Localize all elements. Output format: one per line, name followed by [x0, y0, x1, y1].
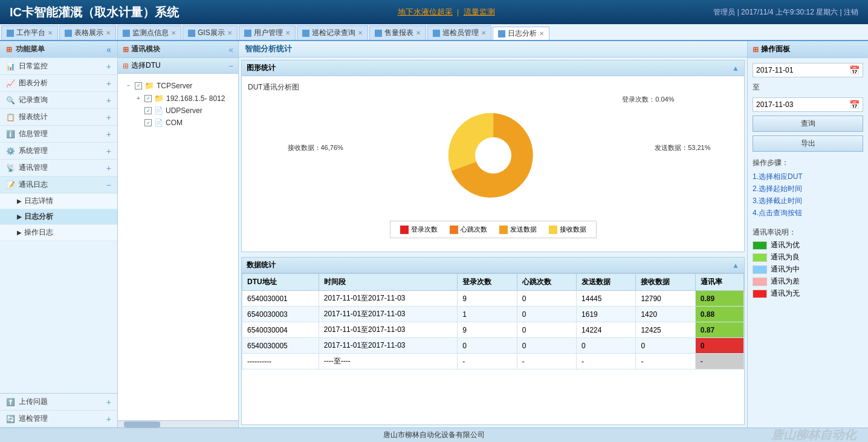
ip-checkbox[interactable]: ✓ — [144, 95, 152, 102]
sidebar-toggle-patrol[interactable]: + — [106, 414, 111, 424]
tcpserver-expand[interactable]: − — [125, 82, 132, 89]
date-from-calendar-icon[interactable]: 📅 — [849, 65, 860, 75]
col-recv: 接收数据 — [636, 274, 695, 291]
nav-link-water[interactable]: 地下水液位超采 — [398, 7, 453, 16]
cell-rate: 0 — [695, 338, 743, 354]
table-row: 6540030003 2017-11-01至2017-11-03 1 0 161… — [242, 307, 744, 322]
tab-usermgmt[interactable]: 用户管理 ✕ — [239, 25, 296, 40]
tab-close-salesreport[interactable]: ✕ — [416, 30, 421, 36]
tab-close-tableview[interactable]: ✕ — [106, 30, 111, 36]
tab-salesreport[interactable]: 售量报表 ✕ — [369, 25, 426, 40]
sidebar-item-oplog[interactable]: ▶ 操作日志 — [0, 225, 117, 241]
col-rate: 通讯率 — [695, 274, 743, 291]
dtu-collapse-btn[interactable]: « — [228, 45, 233, 54]
commlog-icon: 📝 — [6, 181, 15, 189]
header: IC卡智能灌溉（取水计量）系统 地下水液位超采 | 流量监测 管理员 | 201… — [0, 0, 868, 24]
sidebar-item-logdetail[interactable]: ▶ 日志详情 — [0, 193, 117, 209]
sidebar-item-commmanage[interactable]: 📡 通讯管理 + — [0, 160, 117, 177]
tab-close-monitor[interactable]: ✕ — [171, 30, 176, 36]
cell-send: 14445 — [577, 291, 636, 307]
tab-inspectors[interactable]: 巡检员管理 ✕ — [427, 25, 491, 40]
steps-section: 操作步骤： 1.选择相应DUT 2.选择起始时间 3.选择截止时间 4.点击查询… — [753, 158, 863, 219]
sidebar-item-loganalysis[interactable]: ▶ 日志分析 — [0, 209, 117, 225]
footer-watermark: 唐山柳林自动化 — [771, 427, 856, 442]
tab-workplatform[interactable]: 工作平台 ✕ — [1, 25, 58, 40]
chart-section: 图形统计 ▲ DUT通讯分析图 — [241, 60, 745, 252]
sidebar-item-patrol[interactable]: 🔄 巡检管理 + — [0, 411, 117, 427]
sidebar-header[interactable]: ⊞ 功能菜单 « — [0, 41, 117, 58]
legend-heartbeat: 心跳次数 — [450, 225, 487, 234]
sidebar-collapse-btn[interactable]: « — [106, 45, 111, 54]
data-table-container[interactable]: DTU地址 时间段 登录次数 心跳次数 发送数据 接收数据 通讯率 654003… — [242, 273, 744, 424]
export-button[interactable]: 导出 — [753, 135, 863, 152]
chart-collapse-btn[interactable]: ▲ — [732, 64, 739, 73]
step-3[interactable]: 3.选择截止时间 — [753, 195, 863, 207]
tab-close-gis[interactable]: ✕ — [227, 30, 232, 36]
sidebar-item-system[interactable]: ⚙️ 系统管理 + — [0, 143, 117, 160]
sidebar-toggle-record[interactable]: + — [106, 96, 111, 105]
tab-close-usermgmt[interactable]: ✕ — [285, 30, 290, 36]
cell-heartbeat: - — [517, 354, 576, 369]
tab-inspection[interactable]: 巡检记录查询 ✕ — [297, 25, 368, 40]
data-collapse-btn[interactable]: ▲ — [732, 261, 739, 270]
right-panel-header: ⊞ 操作面板 — [748, 41, 868, 58]
legend-color-recv — [549, 226, 557, 234]
com-checkbox[interactable]: ✓ — [144, 119, 152, 126]
cell-recv: 12790 — [636, 291, 695, 307]
tab-gis[interactable]: GIS展示 ✕ — [183, 25, 238, 40]
pie-donut-hole — [475, 137, 511, 174]
sidebar-toggle-upload[interactable]: + — [106, 397, 111, 407]
tab-loganalysis[interactable]: 日志分析 ✕ — [493, 27, 549, 41]
nav-link-flow[interactable]: 流量监测 — [464, 7, 495, 16]
step-1[interactable]: 1.选择相应DUT — [753, 171, 863, 183]
sidebar-toggle-info[interactable]: + — [106, 129, 111, 139]
date-to-calendar-icon[interactable]: 📅 — [849, 100, 860, 109]
cell-period: ----至---- — [319, 354, 458, 369]
udp-checkbox[interactable]: ✓ — [144, 107, 152, 114]
date-to-input[interactable]: 2017-11-03 📅 — [753, 97, 863, 112]
sidebar-item-commlog[interactable]: 📝 通讯日志 − — [0, 177, 117, 193]
col-dtu: DTU地址 — [242, 274, 319, 291]
cell-period: 2017-11-01至2017-11-03 — [319, 291, 458, 307]
sidebar-item-chart[interactable]: 📈 图表分析 + — [0, 75, 117, 92]
sidebar-toggle-chart[interactable]: + — [106, 79, 111, 88]
comm-color-none — [753, 290, 767, 298]
sidebar-menu-icon: ⊞ — [6, 45, 12, 54]
sidebar-toggle-report[interactable]: + — [106, 112, 111, 122]
tab-close-inspection[interactable]: ✕ — [358, 30, 363, 36]
sidebar-item-record[interactable]: 🔍 记录查询 + — [0, 92, 117, 109]
sidebar-item-report[interactable]: 📋 报表统计 + — [0, 109, 117, 126]
sidebar-item-daily[interactable]: 📊 日常监控 + — [0, 58, 117, 75]
sidebar-item-info[interactable]: ℹ️ 信息管理 + — [0, 126, 117, 143]
tcpserver-checkbox[interactable]: ✓ — [135, 82, 142, 89]
sidebar-toggle-commmanage[interactable]: + — [106, 163, 111, 173]
select-dtu-icon: ⊞ — [123, 62, 129, 70]
sidebar-item-upload[interactable]: ⬆️ 上传问题 + — [0, 394, 117, 411]
tab-close-workplatform[interactable]: ✕ — [48, 30, 53, 36]
dtu-scrollbar[interactable] — [118, 420, 238, 427]
tab-close-loganalysis[interactable]: ✕ — [539, 30, 544, 37]
tab-icon-loganalysis — [498, 30, 505, 37]
cell-dtu: 6540030001 — [242, 291, 319, 307]
header-nav: 地下水液位超采 | 流量监测 — [398, 7, 495, 18]
tab-close-inspectors[interactable]: ✕ — [481, 30, 486, 36]
sidebar-toggle-system[interactable]: + — [106, 146, 111, 156]
tab-monitor[interactable]: 监测点信息 ✕ — [117, 25, 181, 40]
sidebar-toggle-daily[interactable]: + — [106, 62, 111, 71]
daily-icon: 📊 — [6, 62, 15, 71]
tab-tableview[interactable]: 表格展示 ✕ — [59, 25, 116, 40]
sidebar-toggle-commlog[interactable]: − — [106, 180, 111, 190]
dtu-expand-btn[interactable]: − — [228, 61, 233, 71]
step-2[interactable]: 2.选择起始时间 — [753, 183, 863, 195]
dtu-scrollbar-thumb[interactable] — [124, 421, 160, 427]
cell-period: 2017-11-01至2017-11-03 — [319, 307, 458, 322]
date-from-input[interactable]: 2017-11-01 📅 — [753, 63, 863, 77]
cell-login: 1 — [458, 307, 517, 322]
cell-login: 0 — [458, 338, 517, 354]
ip-expand[interactable]: + — [135, 95, 142, 102]
commlog-submenu: ▶ 日志详情 ▶ 日志分析 ▶ 操作日志 — [0, 193, 117, 241]
step-4[interactable]: 4.点击查询按钮 — [753, 207, 863, 219]
comm-level-none: 通讯为无 — [753, 288, 863, 299]
query-button[interactable]: 查询 — [753, 115, 863, 132]
cell-rate: 0.87 — [695, 322, 743, 338]
